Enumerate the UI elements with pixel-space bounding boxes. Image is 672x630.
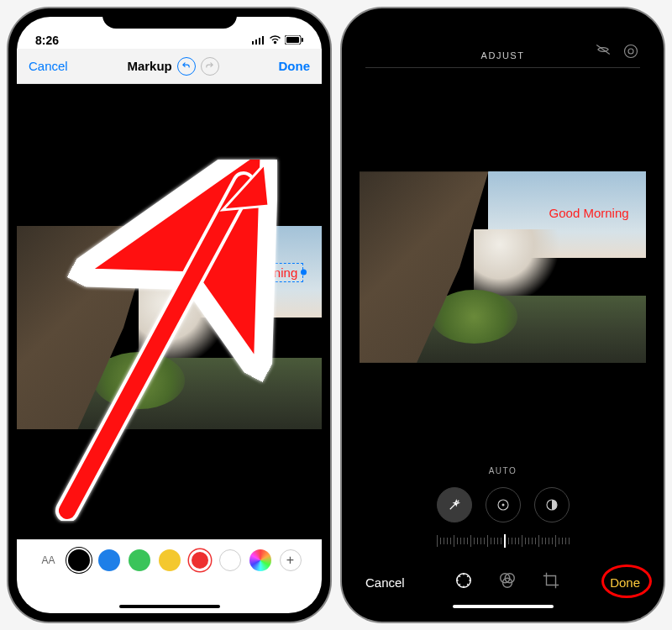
color-picker-bar: AA + (17, 539, 322, 580)
svg-rect-5 (286, 37, 299, 43)
adjust-tab-icon[interactable] (454, 571, 473, 593)
battery-icon (285, 34, 303, 47)
markup-canvas[interactable]: Good Morning (17, 84, 322, 571)
brilliance-button[interactable] (534, 487, 570, 522)
page-title: Markup (127, 59, 171, 73)
svg-point-12 (501, 504, 504, 507)
svg-rect-2 (259, 38, 260, 45)
adjust-slider[interactable]: document.write(Array.from({length:40},(_… (375, 531, 630, 551)
home-indicator[interactable] (453, 605, 554, 608)
svg-point-9 (625, 45, 638, 58)
svg-point-14 (457, 574, 471, 588)
done-button[interactable]: Done (278, 59, 310, 73)
exposure-button[interactable] (486, 487, 521, 522)
swatch-black[interactable] (68, 549, 90, 571)
photo-content: Good Morning (360, 171, 646, 362)
info-icon[interactable] (623, 44, 638, 60)
auto-enhance-button[interactable] (437, 487, 472, 522)
crop-tab-icon[interactable] (542, 571, 560, 593)
wifi-icon (269, 34, 281, 47)
svg-rect-6 (302, 38, 303, 42)
swatch-green[interactable] (129, 549, 150, 571)
add-annotation-button[interactable]: + (280, 549, 302, 571)
filters-tab-icon[interactable] (498, 571, 517, 593)
auto-label: AUTO (350, 466, 655, 475)
svg-rect-3 (262, 36, 264, 45)
swatch-red[interactable] (189, 549, 211, 571)
done-button[interactable]: Done (610, 575, 640, 590)
svg-rect-0 (252, 41, 254, 45)
swatch-rainbow[interactable] (249, 549, 271, 571)
swatch-blue[interactable] (98, 549, 120, 571)
adjust-canvas[interactable]: Good Morning (350, 68, 655, 466)
signal-icon (252, 34, 265, 47)
adjust-controls (350, 487, 655, 522)
text-annotation-box[interactable]: Good Morning (212, 263, 303, 282)
svg-rect-1 (255, 39, 257, 45)
photo-content: Good Morning (17, 226, 322, 429)
markup-navbar: Cancel Markup Done (17, 49, 322, 84)
svg-point-10 (628, 49, 633, 54)
cancel-button[interactable]: Cancel (29, 59, 68, 73)
swatch-white[interactable] (219, 549, 241, 571)
hide-icon[interactable] (595, 44, 612, 60)
home-indicator[interactable] (119, 605, 220, 608)
undo-button[interactable] (177, 57, 196, 76)
annotation-text: Good Morning (218, 265, 297, 280)
text-style-button[interactable]: AA (38, 554, 60, 566)
status-time: 8:26 (35, 34, 59, 47)
cancel-button[interactable]: Cancel (365, 575, 405, 590)
adjust-title: ADJUST (481, 50, 525, 60)
redo-button[interactable] (201, 57, 219, 76)
annotation-text: Good Morning (549, 206, 629, 220)
swatch-yellow[interactable] (159, 549, 181, 571)
